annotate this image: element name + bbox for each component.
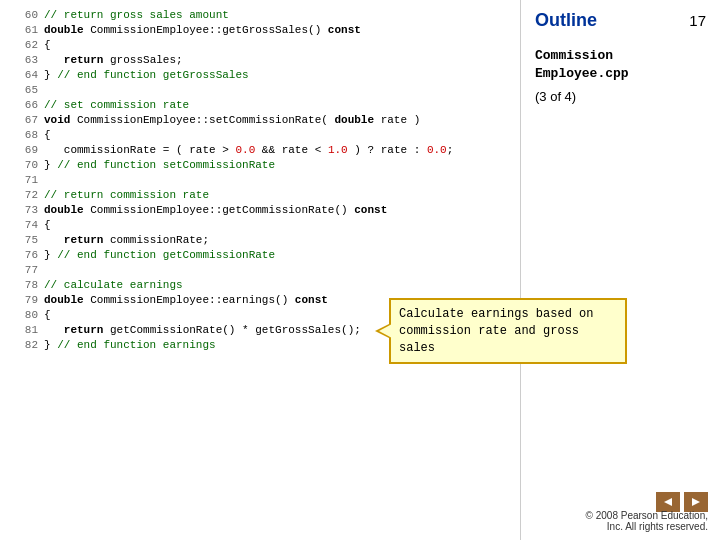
code-line-61: 61 double CommissionEmployee::getGrossSa…: [10, 23, 510, 38]
line-num: 62: [10, 38, 38, 53]
line-num: 78: [10, 278, 38, 293]
line-num: 80: [10, 308, 38, 323]
code-text: commissionRate = ( rate > 0.0 && rate < …: [44, 143, 453, 158]
code-line-67: 67 void CommissionEmployee::setCommissio…: [10, 113, 510, 128]
line-num: 76: [10, 248, 38, 263]
callout-text: Calculate earnings based on commission r…: [399, 307, 593, 355]
code-line-63: 63 return grossSales;: [10, 53, 510, 68]
line-num: 68: [10, 128, 38, 143]
code-line-64: 64 } // end function getGrossSales: [10, 68, 510, 83]
code-text: double CommissionEmployee::getCommission…: [44, 203, 387, 218]
back-icon: [662, 496, 674, 508]
line-num: 77: [10, 263, 38, 278]
code-line-70: 70 } // end function setCommissionRate: [10, 158, 510, 173]
code-text: } // end function getGrossSales: [44, 68, 249, 83]
line-num: 65: [10, 83, 38, 98]
code-text: // return commission rate: [44, 188, 209, 203]
code-text: } // end function setCommissionRate: [44, 158, 275, 173]
code-text: return grossSales;: [44, 53, 183, 68]
code-text: return getCommissionRate() * getGrossSal…: [44, 323, 361, 338]
code-text: // set commission rate: [44, 98, 189, 113]
line-num: 75: [10, 233, 38, 248]
code-line-66: 66 // set commission rate: [10, 98, 510, 113]
forward-button[interactable]: [684, 492, 708, 512]
line-num: 79: [10, 293, 38, 308]
sidebar: Outline 17 CommissionEmployee.cpp (3 of …: [520, 0, 720, 540]
line-num: 69: [10, 143, 38, 158]
code-text: {: [44, 218, 51, 233]
code-text: // calculate earnings: [44, 278, 183, 293]
code-line-69: 69 commissionRate = ( rate > 0.0 && rate…: [10, 143, 510, 158]
line-num: 61: [10, 23, 38, 38]
code-line-74: 74 {: [10, 218, 510, 233]
line-num: 74: [10, 218, 38, 233]
outline-header: Outline 17: [535, 10, 706, 31]
code-text: double CommissionEmployee::earnings() co…: [44, 293, 328, 308]
code-text: // return gross sales amount: [44, 8, 229, 23]
code-line-78: 78 // calculate earnings: [10, 278, 510, 293]
line-num: 64: [10, 68, 38, 83]
callout-box: Calculate earnings based on commission r…: [389, 298, 627, 364]
code-text: void CommissionEmployee::setCommissionRa…: [44, 113, 420, 128]
page-indicator: (3 of 4): [535, 89, 706, 104]
code-text: return commissionRate;: [44, 233, 209, 248]
line-num: 63: [10, 53, 38, 68]
code-text: {: [44, 128, 51, 143]
code-line-73: 73 double CommissionEmployee::getCommiss…: [10, 203, 510, 218]
code-line-62: 62 {: [10, 38, 510, 53]
outline-title: Outline: [535, 10, 597, 31]
code-text: } // end function earnings: [44, 338, 216, 353]
footer: © 2008 Pearson Education,Inc. All rights…: [586, 510, 708, 532]
back-button[interactable]: [656, 492, 680, 512]
nav-buttons: [656, 492, 708, 512]
code-text: double CommissionEmployee::getGrossSales…: [44, 23, 361, 38]
line-num: 60: [10, 8, 38, 23]
code-text: } // end function getCommissionRate: [44, 248, 275, 263]
code-panel: 60 // return gross sales amount 61 doubl…: [0, 0, 520, 540]
slide-number: 17: [689, 12, 706, 29]
code-text: {: [44, 38, 51, 53]
code-text: {: [44, 308, 51, 323]
line-num: 73: [10, 203, 38, 218]
file-title: CommissionEmployee.cpp: [535, 47, 706, 83]
code-line-72: 72 // return commission rate: [10, 188, 510, 203]
forward-icon: [690, 496, 702, 508]
code-line-75: 75 return commissionRate;: [10, 233, 510, 248]
line-num: 81: [10, 323, 38, 338]
code-line-71: 71: [10, 173, 510, 188]
code-line-60: 60 // return gross sales amount: [10, 8, 510, 23]
svg-marker-0: [664, 498, 672, 506]
line-num: 82: [10, 338, 38, 353]
svg-marker-1: [692, 498, 700, 506]
line-num: 67: [10, 113, 38, 128]
code-line-77: 77: [10, 263, 510, 278]
main-container: 60 // return gross sales amount 61 doubl…: [0, 0, 720, 540]
code-line-76: 76 } // end function getCommissionRate: [10, 248, 510, 263]
line-num: 72: [10, 188, 38, 203]
line-num: 70: [10, 158, 38, 173]
copyright-text: © 2008 Pearson Education,Inc. All rights…: [586, 510, 708, 532]
line-num: 66: [10, 98, 38, 113]
code-line-68: 68 {: [10, 128, 510, 143]
code-line-65: 65: [10, 83, 510, 98]
line-num: 71: [10, 173, 38, 188]
